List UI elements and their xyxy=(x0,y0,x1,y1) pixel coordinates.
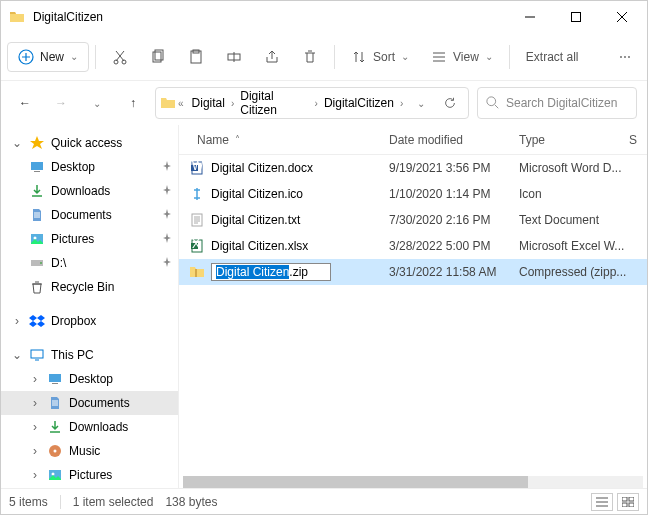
sort-indicator-icon: ˄ xyxy=(235,134,240,145)
file-row[interactable]: Digital Citizen.ico1/10/2020 1:14 PMIcon xyxy=(179,181,647,207)
sidebar-item-label: Pictures xyxy=(51,232,94,246)
chevron-right-icon[interactable]: › xyxy=(29,396,41,410)
chevron-down-icon[interactable]: ⌄ xyxy=(11,136,23,150)
chevron-right-icon[interactable]: › xyxy=(29,468,41,482)
rename-button[interactable] xyxy=(216,43,252,71)
nav-row: ← → ⌄ ↑ « Digital›Digital Citizen›Digita… xyxy=(1,81,647,125)
col-type[interactable]: Type xyxy=(519,133,629,147)
view-button[interactable]: View ⌄ xyxy=(421,43,503,71)
up-button[interactable]: ↑ xyxy=(119,89,147,117)
sidebar-quick-access[interactable]: ⌄ Quick access xyxy=(1,131,178,155)
refresh-button[interactable] xyxy=(437,89,464,117)
svg-rect-31 xyxy=(195,269,197,277)
recent-button[interactable]: ⌄ xyxy=(83,89,111,117)
titlebar: DigitalCitizen xyxy=(1,1,647,33)
address-dropdown[interactable]: ⌄ xyxy=(407,89,434,117)
chevron-right-icon[interactable]: › xyxy=(29,420,41,434)
col-date[interactable]: Date modified xyxy=(389,133,519,147)
music-icon xyxy=(47,443,63,459)
sidebar-item[interactable]: ›Downloads xyxy=(1,415,178,439)
svg-point-20 xyxy=(54,450,57,453)
pin-icon xyxy=(162,232,172,246)
sidebar-dropbox[interactable]: › Dropbox xyxy=(1,309,178,333)
close-button[interactable] xyxy=(599,1,645,33)
sidebar-item[interactable]: Desktop xyxy=(1,155,178,179)
sidebar-item[interactable]: Pictures xyxy=(1,227,178,251)
thumbnails-view-button[interactable] xyxy=(617,493,639,511)
breadcrumb-item[interactable]: Digital Citizen xyxy=(234,85,314,121)
maximize-button[interactable] xyxy=(553,1,599,33)
zip-icon xyxy=(189,264,205,280)
sidebar-item[interactable]: ›Pictures xyxy=(1,463,178,487)
file-type: Text Document xyxy=(519,213,629,227)
file-type: Microsoft Excel W... xyxy=(519,239,629,253)
downloads-icon xyxy=(29,183,45,199)
col-name[interactable]: Name˄ xyxy=(179,133,389,147)
sidebar-this-pc[interactable]: ⌄ This PC xyxy=(1,343,178,367)
quick-access-label: Quick access xyxy=(51,136,122,150)
svg-rect-18 xyxy=(52,383,58,384)
sort-button[interactable]: Sort ⌄ xyxy=(341,43,419,71)
chevron-right-icon[interactable]: › xyxy=(11,314,23,328)
window-title: DigitalCitizen xyxy=(33,10,507,24)
svg-text:W: W xyxy=(192,160,204,173)
svg-rect-16 xyxy=(31,350,43,358)
svg-rect-35 xyxy=(629,503,634,507)
file-row[interactable]: WDigital Citizen.docx9/19/2021 3:56 PMMi… xyxy=(179,155,647,181)
chevron-down-icon[interactable]: ⌄ xyxy=(11,348,23,362)
breadcrumb-item[interactable]: DigitalCitizen xyxy=(318,92,400,114)
xlsx-icon: X xyxy=(189,238,205,254)
new-button[interactable]: New ⌄ xyxy=(7,42,89,72)
svg-point-15 xyxy=(40,262,42,264)
paste-button[interactable] xyxy=(178,43,214,71)
minimize-button[interactable] xyxy=(507,1,553,33)
folder-icon xyxy=(9,9,25,25)
desktop-icon xyxy=(47,371,63,387)
rename-input[interactable]: Digital Citizen.zip xyxy=(211,263,331,281)
svg-rect-17 xyxy=(49,374,61,382)
search-icon xyxy=(486,96,500,110)
sidebar-item-label: Documents xyxy=(51,208,112,222)
sidebar-item[interactable]: ›Desktop xyxy=(1,367,178,391)
file-date: 7/30/2020 2:16 PM xyxy=(389,213,519,227)
breadcrumb-item[interactable]: Digital xyxy=(186,92,231,114)
file-type: Microsoft Word D... xyxy=(519,161,629,175)
pictures-icon xyxy=(47,467,63,483)
sidebar-item-label: Desktop xyxy=(51,160,95,174)
file-name: Digital Citizen.xlsx xyxy=(211,239,308,253)
forward-button[interactable]: → xyxy=(47,89,75,117)
cut-button[interactable] xyxy=(102,43,138,71)
sidebar-item[interactable]: Downloads xyxy=(1,179,178,203)
more-button[interactable]: ⋯ xyxy=(609,44,641,70)
search-input[interactable]: Search DigitalCitizen xyxy=(477,87,637,119)
horizontal-scrollbar[interactable] xyxy=(183,476,643,488)
sidebar-item[interactable]: Recycle Bin xyxy=(1,275,178,299)
sidebar-item[interactable]: D:\ xyxy=(1,251,178,275)
svg-rect-0 xyxy=(572,13,581,22)
chevron-right-icon[interactable]: › xyxy=(29,372,41,386)
sidebar-item-label: D:\ xyxy=(51,256,66,270)
file-row[interactable]: XDigital Citizen.xlsx3/28/2022 5:00 PMMi… xyxy=(179,233,647,259)
svg-rect-11 xyxy=(34,171,40,172)
file-date: 3/28/2022 5:00 PM xyxy=(389,239,519,253)
file-name: Digital Citizen.txt xyxy=(211,213,300,227)
chevron-right-icon[interactable]: › xyxy=(29,444,41,458)
details-view-button[interactable] xyxy=(591,493,613,511)
back-button[interactable]: ← xyxy=(11,89,39,117)
desktop-icon xyxy=(29,159,45,175)
svg-rect-10 xyxy=(31,162,43,170)
extract-all-button[interactable]: Extract all xyxy=(516,44,589,70)
sidebar-item[interactable]: ›Documents xyxy=(1,391,178,415)
col-size[interactable]: S xyxy=(629,133,647,147)
share-button[interactable] xyxy=(254,43,290,71)
file-row[interactable]: Digital Citizen.txt7/30/2020 2:16 PMText… xyxy=(179,207,647,233)
file-row-renaming[interactable]: Digital Citizen.zip3/31/2022 11:58 AMCom… xyxy=(179,259,647,285)
sidebar-item-label: Downloads xyxy=(51,184,110,198)
sidebar-item[interactable]: Documents xyxy=(1,203,178,227)
chevron-right-icon[interactable]: › xyxy=(400,98,403,109)
sidebar-item[interactable]: ›Music xyxy=(1,439,178,463)
copy-button[interactable] xyxy=(140,43,176,71)
delete-button[interactable] xyxy=(292,43,328,71)
pin-icon xyxy=(162,184,172,198)
address-bar[interactable]: « Digital›Digital Citizen›DigitalCitizen… xyxy=(155,87,469,119)
